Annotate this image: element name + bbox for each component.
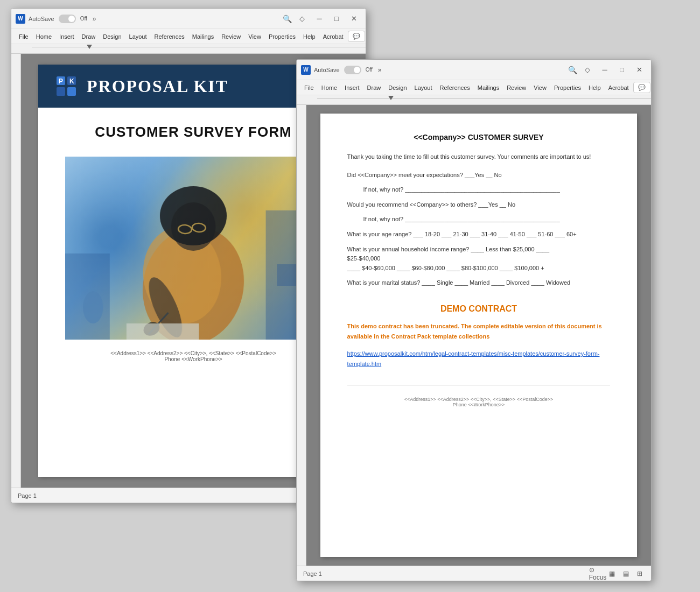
title-bar-1: W AutoSave Off » 🔍 ◇ ─ □ ✕ xyxy=(11,9,366,29)
ribbon-expand-2[interactable]: » xyxy=(378,66,382,74)
menu-ref-2[interactable]: References xyxy=(437,83,473,93)
doc-area-2[interactable]: <<Company>> CUSTOMER SURVEY Thank you ta… xyxy=(306,105,651,566)
menu-help-2[interactable]: Help xyxy=(585,83,604,93)
ruler-line-1 xyxy=(32,47,366,47)
survey-q4-line1: What is your annual household income ran… xyxy=(347,245,611,273)
search-icon-1[interactable]: 🔍 xyxy=(279,13,295,25)
svg-rect-3 xyxy=(57,87,65,96)
cover-header-title: PROPOSAL KIT xyxy=(87,76,228,96)
survey-intro: Thank you taking the time to fill out th… xyxy=(347,152,611,162)
title-bar-right-2: ◇ ─ □ ✕ xyxy=(580,62,647,77)
view-read-2[interactable]: ▤ xyxy=(621,569,631,579)
left-ruler-2 xyxy=(297,105,306,566)
title-bar-right-1: ◇ ─ □ ✕ xyxy=(295,11,361,26)
menu-design-2[interactable]: Design xyxy=(385,83,410,93)
minimize-button-2[interactable]: ─ xyxy=(597,62,612,77)
close-button-2[interactable]: ✕ xyxy=(632,62,647,77)
menu-home-1[interactable]: Home xyxy=(33,32,55,41)
menu-review-1[interactable]: Review xyxy=(218,32,244,41)
menu-file-2[interactable]: File xyxy=(301,83,317,93)
menu-file-1[interactable]: File xyxy=(16,32,32,41)
menu-home-2[interactable]: Home xyxy=(318,83,340,93)
ruler-handle-1 xyxy=(87,45,92,49)
menu-review-2[interactable]: Review xyxy=(503,83,529,93)
cover-doc-title: CUSTOMER SURVEY FORM xyxy=(65,124,321,140)
ruler-handle-2 xyxy=(388,96,394,100)
autosave-toggle-2[interactable] xyxy=(344,66,361,74)
status-bar-2: Page 1 ⊙ Focus ▦ ▤ ⊞ xyxy=(297,566,651,581)
svg-text:P: P xyxy=(59,77,63,85)
comment-button-2[interactable]: 💬 xyxy=(633,82,650,93)
survey-q1: Did <<Company>> meet your expectations? … xyxy=(347,171,611,180)
demo-contract-text: This demo contract has been truncated. T… xyxy=(347,321,611,341)
view-web-2[interactable]: ⊞ xyxy=(635,569,645,579)
autosave-toggle-1[interactable] xyxy=(59,15,76,23)
focus-icon-2[interactable]: ⊙ Focus xyxy=(593,569,603,579)
word-logo-1: W xyxy=(16,14,25,24)
demo-contract-link[interactable]: https://www.proposalkit.com/htm/legal-co… xyxy=(347,349,611,369)
ruler-line-2 xyxy=(317,98,651,98)
ruler-content-1 xyxy=(22,44,366,53)
menu-bar-2: File Home Insert Draw Design Layout Refe… xyxy=(297,80,651,95)
title-bar-left-2: W AutoSave Off » xyxy=(301,65,565,75)
left-ruler-1 xyxy=(11,54,21,488)
autosave-label-2: AutoSave xyxy=(314,67,340,73)
menu-design-1[interactable]: Design xyxy=(100,32,124,41)
designer-icon-2[interactable]: ◇ xyxy=(580,62,595,77)
ruler-content-2 xyxy=(307,95,651,104)
title-bar-center-1: 🔍 xyxy=(279,13,295,25)
survey-q5: What is your marital status? ____ Single… xyxy=(347,278,611,288)
menu-draw-2[interactable]: Draw xyxy=(364,83,384,93)
ruler-2 xyxy=(297,95,651,105)
cover-footer-addr: <<Address1>> <<Address2>> <<City>>, <<St… xyxy=(65,350,321,362)
svg-text:K: K xyxy=(69,77,74,85)
proposal-kit-logo: P K xyxy=(54,74,78,98)
survey-page: <<Company>> CUSTOMER SURVEY Thank you ta… xyxy=(320,114,638,557)
demo-contract-title: DEMO CONTRACT xyxy=(347,304,611,314)
toggle-off-label-2: Off xyxy=(366,67,373,73)
survey-q2-sub: If not, why not? _______________________… xyxy=(363,215,611,224)
title-bar-2: W AutoSave Off » 🔍 ◇ ─ □ ✕ xyxy=(297,60,651,80)
menu-mail-1[interactable]: Mailings xyxy=(189,32,217,41)
menu-insert-2[interactable]: Insert xyxy=(341,83,363,93)
comment-button-1[interactable]: 💬 xyxy=(348,31,365,42)
close-button-1[interactable]: ✕ xyxy=(346,11,361,26)
menu-ref-1[interactable]: References xyxy=(151,32,188,41)
page-label-1: Page 1 xyxy=(18,492,37,499)
maximize-button-2[interactable]: □ xyxy=(614,62,629,77)
comment-icon-1: 💬 xyxy=(353,33,360,40)
menu-mail-2[interactable]: Mailings xyxy=(474,83,502,93)
ribbon-expand-1[interactable]: » xyxy=(93,15,96,23)
doc2-footer: <<Address1>> <<Address2>> <<City>>, <<St… xyxy=(347,385,611,407)
maximize-button-1[interactable]: □ xyxy=(329,11,344,26)
cover-image xyxy=(65,157,321,340)
menu-help-1[interactable]: Help xyxy=(300,32,319,41)
doc-layout-2: <<Company>> CUSTOMER SURVEY Thank you ta… xyxy=(297,105,651,566)
autosave-label-1: AutoSave xyxy=(29,16,54,22)
menu-prop-1[interactable]: Properties xyxy=(265,32,299,41)
search-icon-2[interactable]: 🔍 xyxy=(565,64,580,76)
window-2: W AutoSave Off » 🔍 ◇ ─ □ ✕ File Home Ins… xyxy=(296,59,652,581)
comment-icon-2: 💬 xyxy=(638,84,646,91)
survey-q2: Would you recommend <<Company>> to other… xyxy=(347,200,611,210)
menu-view-2[interactable]: View xyxy=(530,83,550,93)
menu-draw-1[interactable]: Draw xyxy=(79,32,99,41)
menu-acro-1[interactable]: Acrobat xyxy=(320,32,347,41)
menu-acro-2[interactable]: Acrobat xyxy=(605,83,632,93)
title-bar-left-1: W AutoSave Off » xyxy=(16,14,279,24)
menu-prop-2[interactable]: Properties xyxy=(551,83,584,93)
ruler-1 xyxy=(11,44,366,54)
menu-insert-1[interactable]: Insert xyxy=(56,32,78,41)
menu-bar-1: File Home Insert Draw Design Layout Refe… xyxy=(11,29,366,44)
svg-rect-4 xyxy=(67,87,76,96)
survey-q3: What is your age range? ___ 18-20 ___ 21… xyxy=(347,230,611,239)
menu-layout-1[interactable]: Layout xyxy=(126,32,150,41)
page-label-2: Page 1 xyxy=(303,570,322,577)
view-layout-2[interactable]: ▦ xyxy=(607,569,617,579)
title-bar-center-2: 🔍 xyxy=(565,64,580,76)
menu-layout-2[interactable]: Layout xyxy=(411,83,436,93)
menu-view-1[interactable]: View xyxy=(245,32,264,41)
minimize-button-1[interactable]: ─ xyxy=(312,11,327,26)
word-logo-2: W xyxy=(301,65,311,75)
designer-icon-1[interactable]: ◇ xyxy=(295,11,310,26)
